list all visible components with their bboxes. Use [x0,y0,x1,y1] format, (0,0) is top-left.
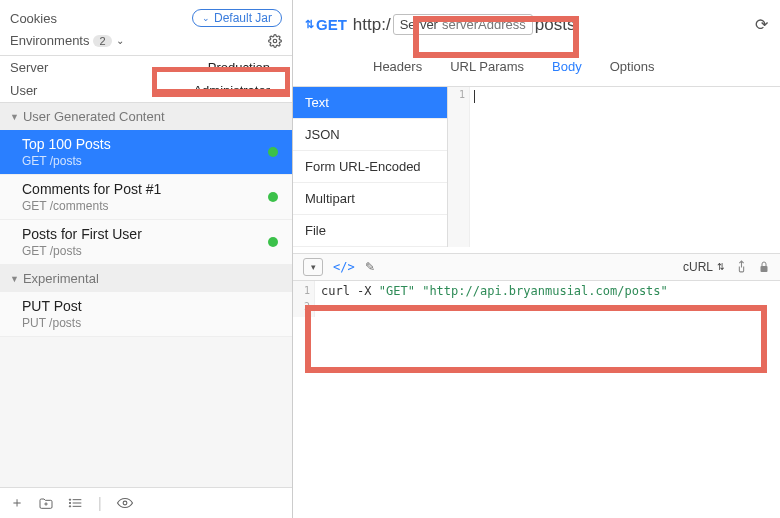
text-cursor [474,90,475,103]
default-jar-label: Default Jar [214,11,272,25]
environments-count: 2 [93,35,111,47]
output-editor[interactable]: 1 2 curl -X "GET" "http://api.bryanmusia… [293,281,780,317]
chevron-down-icon[interactable]: ⌄ [116,35,124,46]
group-name: Experimental [23,271,99,286]
export-format-select[interactable]: cURL⇅ [683,260,725,274]
svg-point-5 [69,502,70,503]
chevron-down-icon: ⌄ [274,62,282,73]
pencil-icon[interactable]: ✎ [365,260,375,274]
request-sub: PUT /posts [22,316,82,330]
output-gutter: 1 2 [293,281,315,317]
code-icon[interactable]: </> [333,260,355,274]
env-var-row: User Administrator⌄ [0,79,292,102]
svg-point-6 [69,506,70,507]
url-input[interactable]: http:/ Server serverAddress posts [353,14,576,35]
request-sub: GET /posts [22,244,142,258]
url-token[interactable]: Server serverAddress [393,14,533,35]
new-folder-icon[interactable] [38,496,54,510]
url-bar: ⇅GET http:/ Server serverAddress posts ⟳ [293,0,780,55]
method-selector[interactable]: ⇅GET [305,16,347,33]
environments-label: Environments [10,33,89,48]
lock-icon[interactable] [758,260,770,274]
triangle-down-icon: ▼ [10,112,19,122]
group-header[interactable]: ▼Experimental [0,265,292,292]
env-vars: Server Production⌄ User Administrator⌄ [0,55,292,103]
tab-headers[interactable]: Headers [373,55,422,78]
var-value-dropdown[interactable]: Administrator⌄ [193,83,282,98]
svg-point-7 [123,501,127,505]
status-dot [268,147,278,157]
body-type-text[interactable]: Text [293,87,447,119]
request-item[interactable]: Posts for First UserGET /posts [0,220,292,265]
output-code: curl -X "GET" "http://api.bryanmusial.co… [315,281,780,317]
token-field: serverAddress [442,17,526,32]
tab-body[interactable]: Body [552,55,582,78]
status-dot [268,192,278,202]
view-toggle[interactable]: ▾ [303,258,323,276]
main-panel: ⇅GET http:/ Server serverAddress posts ⟳… [293,0,780,518]
url-prefix: http:/ [353,15,391,35]
svg-point-4 [69,499,70,500]
group-name: User Generated Content [23,109,165,124]
tab-url-params[interactable]: URL Params [450,55,524,78]
var-key: Server [10,60,48,75]
add-icon[interactable]: ＋ [10,494,24,512]
list-icon[interactable] [68,496,84,510]
body-type-multipart[interactable]: Multipart [293,183,447,215]
env-var-row: Server Production⌄ [0,56,292,79]
request-name: Comments for Post #1 [22,181,161,197]
editor-gutter: 1 [448,87,470,247]
var-value-dropdown[interactable]: Production⌄ [208,60,282,75]
output-toolbar: ▾ </> ✎ cURL⇅ [293,253,780,281]
token-key: Server [400,17,438,32]
chevron-down-icon: ⌄ [274,85,282,96]
triangle-down-icon: ▼ [10,274,19,284]
url-suffix: posts [535,15,576,35]
chevron-down-icon: ⌄ [202,13,210,23]
share-icon[interactable] [735,260,748,274]
cookies-label: Cookies [10,11,57,26]
request-item[interactable]: Top 100 PostsGET /posts [0,130,292,175]
status-dot [268,237,278,247]
request-tabs: Headers URL Params Body Options [293,55,780,87]
sidebar: Cookies ⌄ Default Jar Environments 2 ⌄ [0,0,293,518]
default-jar-button[interactable]: ⌄ Default Jar [192,9,282,27]
sidebar-footer: ＋ | [0,487,292,518]
tab-options[interactable]: Options [610,55,655,78]
group-header[interactable]: ▼User Generated Content [0,103,292,130]
body-type-form[interactable]: Form URL-Encoded [293,151,447,183]
body-type-json[interactable]: JSON [293,119,447,151]
svg-point-0 [273,39,277,43]
gear-icon[interactable] [268,34,282,48]
body-type-file[interactable]: File [293,215,447,247]
body-type-list: Text JSON Form URL-Encoded Multipart Fil… [293,87,448,247]
body-editor[interactable]: 1 [448,87,780,247]
svg-rect-8 [761,266,768,272]
request-name: PUT Post [22,298,82,314]
request-item[interactable]: Comments for Post #1GET /comments [0,175,292,220]
request-name: Top 100 Posts [22,136,111,152]
request-sub: GET /posts [22,154,111,168]
reload-icon[interactable]: ⟳ [755,15,768,34]
request-item[interactable]: PUT PostPUT /posts [0,292,292,337]
request-name: Posts for First User [22,226,142,242]
request-sub: GET /comments [22,199,161,213]
eye-icon[interactable] [116,496,134,510]
var-key: User [10,83,37,98]
